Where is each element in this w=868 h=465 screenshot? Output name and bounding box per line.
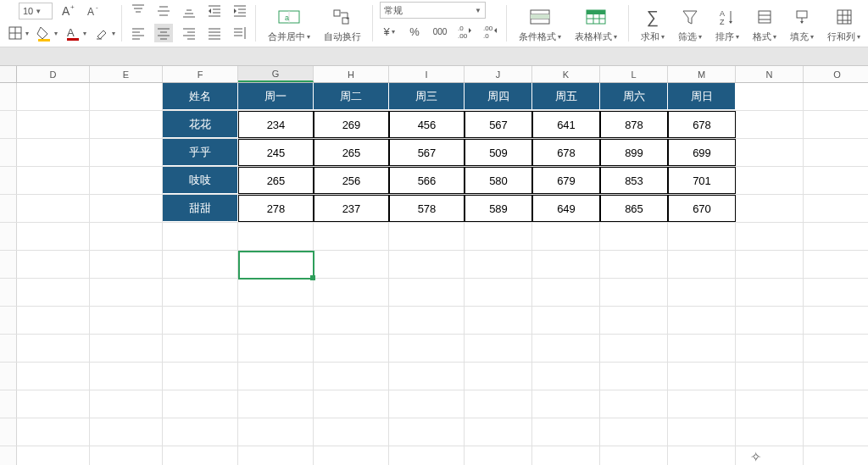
decrease-indent-icon[interactable] [205,2,224,20]
table-header[interactable]: 周二 [314,83,389,110]
cell[interactable]: 670 [668,195,736,222]
svg-rect-9 [67,38,79,41]
cell[interactable]: 699 [668,139,736,166]
merge-center-icon: a [277,5,301,29]
align-top-icon[interactable] [129,2,147,20]
table-style-button[interactable]: 表格样式▾ [570,3,622,43]
conditional-format-button[interactable]: 条件格式▾ [514,3,566,43]
cell[interactable]: 265 [314,139,389,166]
col-header[interactable]: K [532,66,600,82]
svg-text:.00: .00 [483,25,493,32]
number-format-value: 常规 [384,4,403,17]
cell[interactable]: 509 [465,139,532,166]
col-header[interactable]: J [465,66,532,82]
table-header[interactable]: 周日 [668,83,736,110]
cell[interactable]: 679 [532,167,600,194]
row-name[interactable]: 吱吱 [163,167,238,194]
sum-button[interactable]: ∑ 求和▾ [636,3,670,43]
align-left-icon[interactable] [129,24,147,42]
cell[interactable]: 578 [389,195,465,222]
fill-color-icon[interactable]: ▾ [36,24,58,42]
table-header[interactable]: 周一 [238,83,314,110]
table-style-icon [584,5,608,29]
table-header[interactable]: 周六 [600,83,668,110]
cell[interactable]: 649 [532,195,600,222]
col-header[interactable]: M [668,66,736,82]
cell[interactable]: 265 [238,167,314,194]
currency-icon[interactable]: ¥▾ [380,22,398,41]
table-header[interactable]: 周四 [465,83,532,110]
number-format-select[interactable]: 常规 ▼ [380,2,486,19]
column-headers[interactable]: D E F G H I J K L M N O [0,66,868,83]
col-header[interactable]: I [389,66,465,82]
table-row: 乎乎 245 265 567 509 678 899 699 [0,139,868,167]
table-header[interactable]: 周五 [532,83,600,110]
format-button[interactable]: 格式▾ [748,3,782,43]
svg-text:-: - [96,3,98,11]
cell[interactable]: 878 [600,111,668,138]
cell[interactable]: 237 [314,195,389,222]
cell[interactable]: 234 [238,111,314,138]
increase-font-icon[interactable]: A + [59,2,78,20]
fill-button[interactable]: 填充▾ [785,3,819,43]
col-header[interactable]: E [90,66,163,82]
row-name[interactable]: 甜甜 [163,195,238,222]
svg-rect-7 [38,39,50,42]
svg-rect-51 [334,10,340,16]
decrease-font-icon[interactable]: A - [85,2,103,20]
font-size-select[interactable]: 10 ▼ [19,3,53,19]
merge-center-button[interactable]: a 合并居中▾ [263,3,315,43]
row-name[interactable]: 花花 [163,111,238,138]
col-header[interactable]: N [736,66,804,82]
cell[interactable]: 456 [389,111,465,138]
group-number: 常规 ▼ ¥▾ % 000 .0.00 .00.0 [373,0,507,47]
col-header[interactable]: O [804,66,868,82]
percent-icon[interactable]: % [405,22,424,41]
cell[interactable]: 678 [668,111,736,138]
col-header[interactable]: F [163,66,238,82]
spreadsheet-grid[interactable]: D E F G H I J K L M N O 姓名 周一 周二 周三 周四 周… [0,66,868,465]
cell[interactable]: 566 [389,167,465,194]
table-header[interactable]: 周三 [389,83,465,110]
increase-decimal-icon[interactable]: .0.00 [456,22,475,41]
svg-rect-74 [837,10,851,24]
col-header[interactable]: L [600,66,668,82]
auto-wrap-button[interactable]: 自动换行 [319,3,366,43]
align-bottom-icon[interactable] [180,2,198,20]
col-header[interactable]: H [314,66,389,82]
cursor-plus-icon: ✧ [750,449,761,465]
table-header[interactable]: 姓名 [163,83,238,110]
decrease-decimal-icon[interactable]: .00.0 [481,22,500,41]
cell[interactable]: 589 [465,195,532,222]
font-color-icon[interactable]: A▾ [64,24,86,42]
clear-format-icon[interactable]: ▾ [93,24,115,42]
cell[interactable]: 567 [389,139,465,166]
cell[interactable]: 567 [465,111,532,138]
cell[interactable]: 580 [465,167,532,194]
cell[interactable]: 278 [238,195,314,222]
align-middle-icon[interactable] [154,2,173,20]
align-center-icon[interactable] [154,24,173,42]
orientation-icon[interactable] [231,24,249,42]
rowscols-button[interactable]: 行和列▾ [822,3,865,43]
cell[interactable]: 641 [532,111,600,138]
cell[interactable]: 245 [238,139,314,166]
cell[interactable]: 269 [314,111,389,138]
rowscols-icon [835,5,854,29]
cell[interactable]: 899 [600,139,668,166]
cell[interactable]: 256 [314,167,389,194]
row-name[interactable]: 乎乎 [163,139,238,166]
col-header-selected[interactable]: G [238,66,314,82]
col-header[interactable]: D [17,66,90,82]
cell[interactable]: 678 [532,139,600,166]
sort-button[interactable]: AZ 排序▾ [710,3,744,43]
cell[interactable]: 701 [668,167,736,194]
border-icon[interactable]: ▾ [7,24,29,42]
align-right-icon[interactable] [180,24,198,42]
align-justify-icon[interactable] [205,24,224,42]
filter-button[interactable]: 筛选▾ [673,3,707,43]
comma-icon[interactable]: 000 [431,22,449,41]
increase-indent-icon[interactable] [231,2,249,20]
cell[interactable]: 865 [600,195,668,222]
cell[interactable]: 853 [600,167,668,194]
